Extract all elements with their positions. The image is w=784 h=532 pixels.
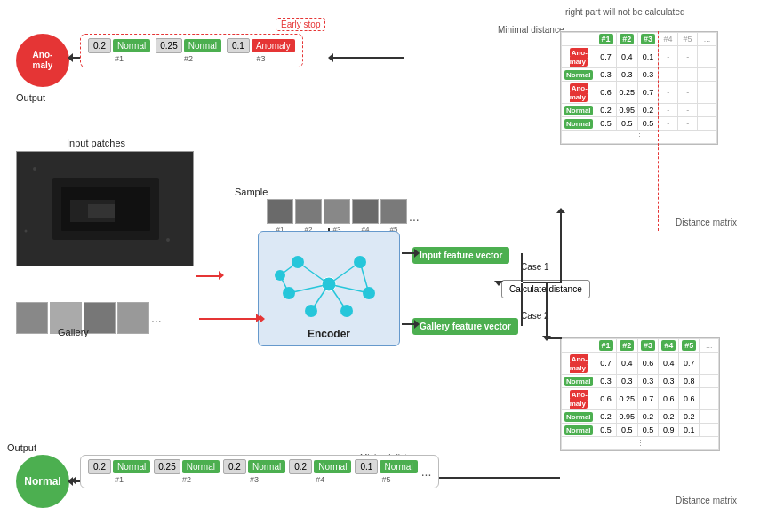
- arrow-calc-to-bottom-matrix: [546, 282, 548, 339]
- arrow-to-calc-head: [494, 281, 503, 286]
- arrow-up-to-top-matrix: [560, 213, 562, 282]
- arrow-patches-to-gallery-head: [219, 271, 224, 280]
- seq-item-2: 0.25 Normal #2: [156, 38, 221, 63]
- seq-id-3: #3: [256, 54, 265, 63]
- seq-item-1: 0.2 Normal #1: [88, 38, 150, 63]
- distance-matrix-top-label: Distance matrix: [676, 218, 737, 227]
- sequence-top: 0.2 Normal #1 0.25 Normal #2 0.1 Anomaly…: [80, 34, 303, 67]
- svg-point-7: [25, 230, 28, 233]
- seq-bot-tag-2: Normal: [182, 460, 220, 473]
- sample-patch-2: #2: [295, 199, 322, 234]
- seq-bot-val-2: 0.25: [154, 459, 180, 474]
- svg-line-17: [329, 262, 360, 284]
- sample-patch-1: #1: [267, 199, 293, 234]
- svg-point-5: [33, 167, 36, 171]
- seq-val-2: 0.25: [156, 38, 181, 53]
- arrow-calc-to-bottom-h: [546, 337, 562, 339]
- seq-id-1: #1: [115, 54, 124, 63]
- gallery-patch-4: [117, 302, 149, 334]
- seq-bot-val-5: 0.1: [355, 459, 378, 474]
- seq-bot-item-2: 0.25 Normal #2: [154, 459, 220, 484]
- gallery-dots: ...: [151, 311, 162, 325]
- distance-matrix-bottom-label: Distance matrix: [676, 496, 737, 505]
- seq-bot-id-4: #4: [316, 475, 324, 484]
- case2-label: Case 2: [521, 311, 549, 321]
- seq-bot-val-3: 0.2: [223, 459, 246, 474]
- sample-dots: ...: [409, 210, 420, 224]
- arrow-encoder-to-gallery-feature: [402, 323, 414, 325]
- seq-bot-id-3: #3: [250, 475, 259, 484]
- sample-patches-row: #1 #2 #3 #4 #5 ...: [267, 199, 420, 234]
- seq-bot-val-4: 0.2: [289, 459, 312, 474]
- right-part-note: right part will not be calculated: [565, 7, 685, 17]
- normal-output-circle: Normal: [16, 455, 69, 508]
- encoder-network-svg: [262, 235, 396, 333]
- sample-patch-5: #5: [380, 199, 407, 234]
- arrow-matrix-to-seq-top: [333, 57, 404, 59]
- seq-bot-id-2: #2: [182, 475, 191, 484]
- anomaly-output-circle: Ano-maly: [16, 34, 69, 87]
- seq-item-3: 0.1 Anomaly #3: [227, 38, 295, 63]
- arrow-calc-to-top-matrix: [523, 282, 562, 283]
- sample-label: Sample: [235, 187, 268, 197]
- seq-bot-item-1: 0.2 Normal #1: [88, 459, 150, 484]
- min-dist-top-label: Minimal distance: [498, 25, 564, 35]
- input-image: [16, 151, 194, 266]
- seq-bot-tag-5: Normal: [380, 460, 417, 473]
- seq-tag-2: Normal: [184, 39, 221, 52]
- dashed-cutoff-line: [658, 31, 659, 231]
- distance-matrix-bottom: #1 #2 #3 #4 #5 ... Ano-maly 0.70.40.60.4…: [560, 337, 720, 451]
- seq-bot-item-3: 0.2 Normal #3: [223, 459, 285, 484]
- arrow-gallery-feature-to-calc: [498, 283, 523, 326]
- early-stop-label: Early stop: [276, 18, 325, 31]
- input-patches-label: Input patches: [67, 138, 125, 148]
- input-feature-vector-box: Input feature vector: [412, 247, 509, 264]
- seq-bot-tag-1: Normal: [113, 460, 150, 473]
- arrow-gallery-to-encoder: [199, 318, 260, 320]
- seq-bot-item-4: 0.2 Normal #4: [289, 459, 351, 484]
- svg-point-6: [166, 238, 170, 242]
- svg-rect-4: [88, 204, 115, 218]
- output-top-label: Output: [16, 92, 45, 103]
- seq-bot-tag-3: Normal: [248, 460, 285, 473]
- input-image-svg: [17, 151, 193, 266]
- arrow-input-feature-to-calc: [498, 253, 523, 282]
- arrow-bottom-left-head: [71, 476, 76, 485]
- sample-patch-4: #4: [352, 199, 379, 234]
- seq-id-2: #2: [184, 54, 193, 63]
- seq-bot-id-5: #5: [382, 475, 391, 484]
- arrow-gallery-to-encoder-head: [256, 314, 261, 322]
- svg-line-16: [298, 262, 329, 284]
- output-bottom-label: Output: [7, 442, 36, 453]
- seq-bot-id-1: #1: [115, 475, 124, 484]
- diagram-container: Ano-maly Output Early stop 0.2 Normal #1…: [0, 0, 784, 532]
- arrow-encoder-to-input-feature: [402, 252, 414, 254]
- seq-tag-3: Anomaly: [252, 39, 295, 52]
- seq-bot-tag-4: Normal: [314, 460, 351, 473]
- svg-line-24: [360, 262, 369, 293]
- seq-tag-1: Normal: [113, 39, 150, 52]
- gallery-patch-1: [16, 302, 48, 334]
- sequence-bottom: 0.2 Normal #1 0.25 Normal #2 0.2 Normal …: [80, 455, 439, 488]
- seq-val-3: 0.1: [227, 38, 250, 53]
- seq-val-1: 0.2: [88, 38, 111, 53]
- seq-bot-dots: ...: [421, 465, 432, 479]
- seq-bot-item-5: 0.1 Normal #5: [355, 459, 417, 484]
- case1-label: Case 1: [521, 262, 549, 272]
- distance-matrix-top: #1 #2 #3 #4 #5 ... Ano-maly 0.70.40.1-- …: [560, 31, 718, 145]
- arrow-up-head: [556, 208, 565, 213]
- svg-line-22: [280, 262, 298, 275]
- gallery-label: Gallery: [58, 327, 89, 337]
- seq-bot-val-1: 0.2: [88, 459, 111, 474]
